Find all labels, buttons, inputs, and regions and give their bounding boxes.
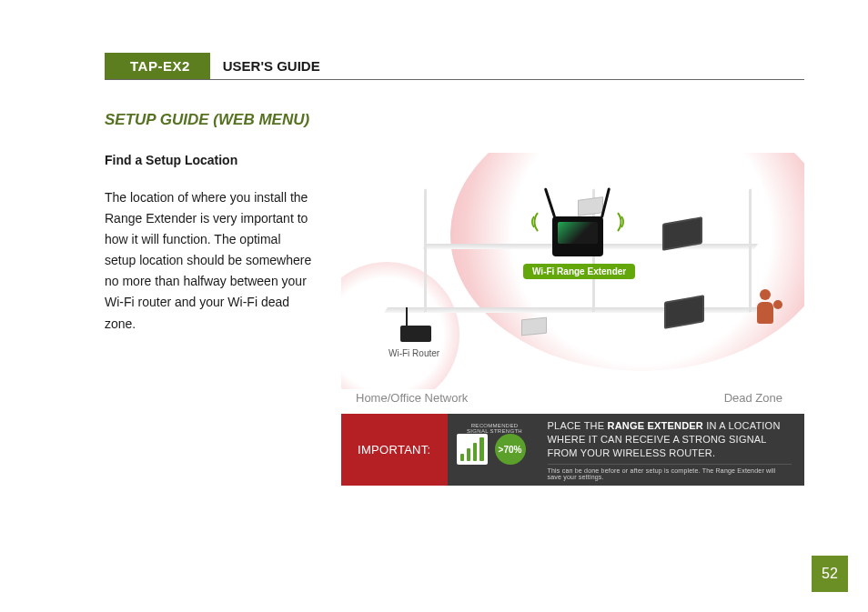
- setup-illustration: Wi-Fi Range Extender Wi-Fi Router: [341, 153, 804, 389]
- content-columns: Find a Setup Location The location of wh…: [105, 153, 804, 486]
- banner-sub-text: This can be done before or after setup i…: [548, 464, 792, 480]
- banner-main-bold: RANGE EXTENDER: [608, 420, 703, 431]
- right-column: Wi-Fi Range Extender Wi-Fi Router Home/O…: [341, 153, 804, 486]
- signal-bars-icon: [457, 434, 488, 465]
- wall: [749, 188, 752, 312]
- range-extender-device-icon: [541, 216, 614, 256]
- left-column: Find a Setup Location The location of wh…: [105, 153, 314, 335]
- product-code-text: TAP-EX2: [130, 58, 190, 74]
- laptop-icon: [578, 196, 603, 216]
- device-body: [552, 216, 603, 256]
- banner-main-text: PLACE THE RANGE EXTENDER IN A LOCATION W…: [548, 419, 792, 460]
- person-icon: [757, 289, 773, 324]
- signal-strength-graphic: RECOMMENDED SIGNAL STRENGTH >70%: [448, 414, 535, 486]
- house-cutaway: Wi-Fi Range Extender Wi-Fi Router: [378, 180, 768, 353]
- section-title: SETUP GUIDE (WEB MENU): [105, 111, 804, 129]
- device-label-badge: Wi-Fi Range Extender: [523, 264, 635, 279]
- important-label: IMPORTANT:: [341, 414, 448, 486]
- body-paragraph: The location of where you install the Ra…: [105, 187, 314, 335]
- recommended-signal-label: RECOMMENDED SIGNAL STRENGTH: [462, 423, 528, 435]
- page-header: TAP-EX2 USER'S GUIDE: [105, 53, 804, 80]
- caption-dead-zone: Dead Zone: [724, 391, 782, 405]
- important-banner: IMPORTANT: RECOMMENDED SIGNAL STRENGTH >…: [341, 414, 804, 486]
- illustration-captions: Home/Office Network Dead Zone: [341, 391, 804, 405]
- page-number: 52: [812, 556, 848, 592]
- router-label: Wi-Fi Router: [389, 348, 439, 358]
- antenna-icon: [544, 187, 556, 217]
- doc-title: USER'S GUIDE: [210, 53, 320, 79]
- subsection-heading: Find a Setup Location: [105, 153, 314, 167]
- caption-home-network: Home/Office Network: [356, 391, 468, 405]
- percent-badge: >70%: [495, 434, 526, 465]
- document-page: TAP-EX2 USER'S GUIDE SETUP GUIDE (WEB ME…: [0, 0, 868, 612]
- router-icon: [400, 326, 431, 342]
- wall: [424, 188, 427, 312]
- banner-text-block: PLACE THE RANGE EXTENDER IN A LOCATION W…: [535, 414, 804, 486]
- banner-main-pre: PLACE THE: [548, 420, 608, 431]
- tv-icon: [664, 295, 704, 329]
- product-code-chip: TAP-EX2: [105, 53, 210, 79]
- wifi-waves-icon: [521, 209, 541, 235]
- wifi-waves-icon: [614, 209, 634, 235]
- laptop-icon: [521, 317, 547, 336]
- device-screen: [558, 222, 598, 244]
